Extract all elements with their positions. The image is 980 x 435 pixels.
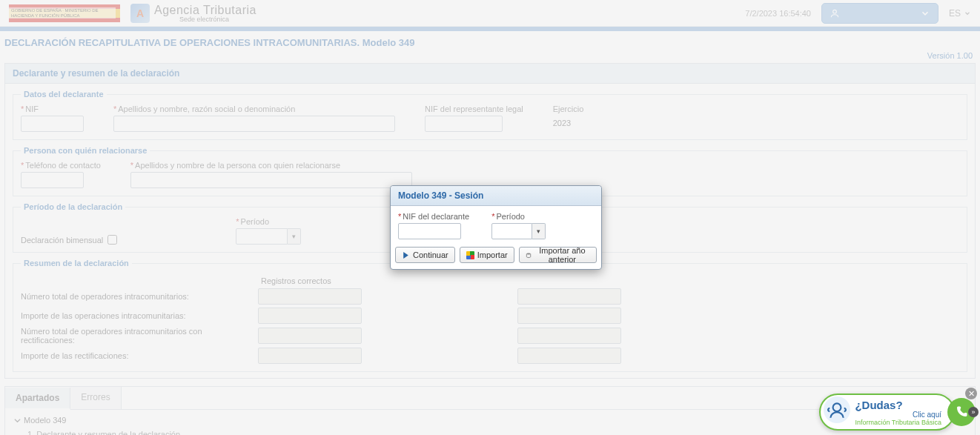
caret-down-icon bbox=[14, 417, 21, 424]
timestamp: 7/2/2023 16:54:40 bbox=[745, 9, 811, 18]
help-dudas-button[interactable]: ¿Dudas? Clic aquí Información Tributaria… bbox=[819, 394, 955, 431]
play-icon bbox=[402, 251, 410, 259]
persona-nombre-input[interactable] bbox=[130, 172, 412, 188]
tab-errores[interactable]: Errores bbox=[70, 387, 121, 409]
summary-value bbox=[517, 328, 621, 344]
help-widget: ✕ ¿Dudas? Clic aquí Información Tributar… bbox=[819, 394, 976, 431]
bimensual-checkbox[interactable] bbox=[107, 235, 117, 245]
chevron-down-icon bbox=[920, 8, 930, 19]
svg-point-1 bbox=[526, 253, 530, 254]
page-title: DECLARACIÓN RECAPITULATIVA DE OPERACIONE… bbox=[0, 31, 980, 51]
summary-value bbox=[517, 288, 621, 305]
summary-value bbox=[258, 288, 362, 305]
summary-row-label: Importe de las rectificaciones: bbox=[21, 351, 258, 360]
top-bar: Gobierno de España · Ministerio de Hacie… bbox=[0, 0, 980, 27]
chevron-down-icon bbox=[964, 10, 971, 17]
tab-apartados[interactable]: Apartados bbox=[5, 388, 70, 410]
name-input[interactable] bbox=[113, 116, 395, 132]
user-icon bbox=[830, 8, 840, 19]
continuar-button[interactable]: Continuar bbox=[395, 247, 455, 263]
summary-row-label: Importe de las operaciones intracomunita… bbox=[21, 311, 258, 320]
assistant-avatar-icon bbox=[824, 396, 850, 423]
agency-name: Agencia Tributaria bbox=[154, 4, 256, 17]
import-icon bbox=[466, 251, 474, 259]
modal-title: Modelo 349 - Sesión bbox=[391, 186, 601, 206]
importar-ano-anterior-button[interactable]: Importar año anterior bbox=[519, 247, 597, 263]
modal-periodo-input[interactable] bbox=[491, 223, 532, 239]
group-resumen: Resumen de la declaración Registros corr… bbox=[13, 259, 967, 372]
svg-point-0 bbox=[833, 10, 837, 13]
summary-value bbox=[258, 328, 362, 344]
group-declarante: Datos del declarante *NIF *Apellidos y n… bbox=[13, 90, 967, 140]
gov-logos: Gobierno de España · Ministerio de Hacie… bbox=[9, 4, 256, 23]
col-header-correctos: Registros correctos bbox=[258, 276, 369, 285]
user-menu-button[interactable] bbox=[821, 3, 938, 24]
agencia-mark-icon bbox=[130, 4, 150, 23]
gobierno-logo: Gobierno de España · Ministerio de Hacie… bbox=[9, 4, 120, 22]
version-label: Versión 1.00 bbox=[0, 51, 980, 62]
summary-value bbox=[517, 308, 621, 324]
svg-point-2 bbox=[833, 403, 841, 411]
help-phone-button[interactable]: » bbox=[947, 398, 976, 426]
periodo-dropdown-button[interactable]: ▾ bbox=[288, 228, 301, 245]
language-selector[interactable]: ES bbox=[949, 8, 971, 19]
session-modal: Modelo 349 - Sesión *NIF del declarante … bbox=[390, 185, 602, 270]
agencia-logo: Agencia Tributaria Sede electrónica bbox=[130, 4, 256, 23]
rep-nif-input[interactable] bbox=[425, 116, 503, 132]
phone-icon bbox=[955, 405, 968, 419]
summary-row-label: Número total de operadores intracomunita… bbox=[21, 292, 258, 301]
summary-row-label: Número total de operadores intracomunita… bbox=[21, 327, 258, 345]
bimensual-label: Declaración bimensual bbox=[21, 236, 103, 245]
importar-button[interactable]: Importar bbox=[460, 247, 514, 263]
help-close-button[interactable]: ✕ bbox=[965, 388, 977, 399]
database-icon bbox=[526, 251, 532, 259]
ejercicio-value: 2023 bbox=[553, 116, 584, 127]
telefono-input[interactable] bbox=[21, 172, 84, 188]
modal-nif-input[interactable] bbox=[398, 223, 461, 239]
periodo-input[interactable] bbox=[236, 228, 288, 245]
modal-periodo-dropdown-button[interactable]: ▾ bbox=[532, 223, 546, 239]
summary-value bbox=[517, 348, 621, 364]
summary-value bbox=[258, 348, 362, 364]
chevron-right-icon: » bbox=[968, 407, 979, 417]
nif-input[interactable] bbox=[21, 116, 84, 132]
summary-value bbox=[258, 308, 362, 324]
panel-heading: Declarante y resumen de la declaración bbox=[5, 64, 975, 84]
